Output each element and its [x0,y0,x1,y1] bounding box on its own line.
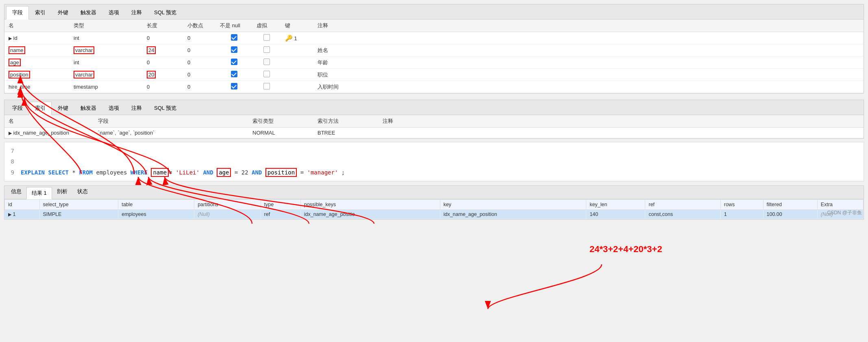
idx-col-fields: 字段 [94,115,248,128]
field-decimal: 0 [183,69,216,81]
table-row: ▶ id int 0 0 🔑 1 [4,32,864,44]
res-col-rows: rows [720,200,763,210]
kw-explain: EXPLAIN [21,169,45,176]
field-type: timestamp [70,81,143,93]
tab-index-chufaqi[interactable]: 触发器 [74,102,102,115]
kw-select: SELECT [48,169,69,176]
tab-fields-waijian[interactable]: 外键 [52,6,74,19]
res-table: employees [118,210,194,219]
res-col-possible-keys: possible_keys [300,200,440,210]
field-type: varchar [70,44,143,57]
result-tab-bar: 信息 结果 1 剖析 状态 [4,186,864,199]
tab-fields-zhushi[interactable]: 注释 [125,6,148,19]
field-decimal: 0 [183,32,216,44]
idx-col-type: 索引类型 [248,115,313,128]
res-col-ref: ref [645,200,720,210]
tab-index-ziduan[interactable]: 字段 [6,102,29,115]
idx-fields: `name`, `age`, `position` [94,128,248,138]
field-notnull [216,69,252,81]
type-redbox: varchar [74,46,94,54]
field-virtual [252,32,281,44]
field-notnull [216,57,252,69]
result-panel: 信息 结果 1 剖析 状态 id select_type table parti… [4,185,864,220]
line-number: 8 [4,157,21,166]
eq-age: = [235,169,241,176]
col-length: 长度 [143,20,183,32]
tab-fields-sql[interactable]: SQL 预览 [148,6,183,19]
code-line-9: 9 EXPLAIN SELECT * FROM employees WHERE … [4,167,864,178]
checkbox-unchecked-icon [263,59,270,65]
field-comment: 年龄 [313,57,864,69]
tab-index-suoyin[interactable]: 索引 [29,102,52,115]
field-virtual [252,44,281,57]
col-comment: 注释 [313,20,864,32]
field-comment: 姓名 [313,44,864,57]
checkbox-checked-icon [231,83,237,89]
res-col-table: table [118,200,194,210]
watermark-text: CSDN @子非鱼 [827,210,862,216]
col-virtual: 虚拟 [252,20,281,32]
tab-info[interactable]: 信息 [6,186,26,199]
index-panel: 字段 索引 外键 触发器 选项 注释 SQL 预览 名 字段 索引类型 索引方法… [4,100,864,139]
field-type: int [70,57,143,69]
tab-fields-suoyin[interactable]: 索引 [29,6,52,19]
tab-fields-xuanxiang[interactable]: 选项 [102,6,125,19]
fields-tab-bar: 字段 索引 外键 触发器 选项 注释 SQL 预览 [4,4,864,20]
field-key [281,57,313,69]
checkbox-checked-icon [231,71,237,77]
idx-comment [379,128,864,138]
res-key: idx_name_age_position [440,210,586,219]
name-redbox: name [9,46,25,54]
tab-fields-chufaqi[interactable]: 触发器 [74,6,102,19]
kw-star: * [72,169,79,176]
field-name: ▶ id [4,32,70,44]
field-key [281,81,313,93]
checkbox-unchecked-icon [263,46,270,53]
tab-index-sql[interactable]: SQL 预览 [148,102,183,115]
tab-profiling[interactable]: 剖析 [52,186,72,199]
tab-fields-ziduan[interactable]: 字段 [6,6,29,20]
tbl-employees: employees [96,169,130,176]
kw-where: WHERE [131,169,148,176]
code-position-redbox: position [265,168,297,177]
field-length: 24 [143,44,183,57]
res-possible-keys: idx_name_age_positio [300,210,440,219]
table-row: position varchar 20 0 职位 [4,69,864,81]
res-partitions: (Null) [194,210,261,219]
field-name: name [4,44,70,57]
annotation-formula: 24*3+2+4+20*3+2 [590,244,662,255]
page-wrapper: 字段 索引 外键 触发器 选项 注释 SQL 预览 名 类型 长度 小数点 不是… [0,4,868,220]
field-virtual [252,57,281,69]
field-name: position [4,69,70,81]
fields-panel: 字段 索引 外键 触发器 选项 注释 SQL 预览 名 类型 长度 小数点 不是… [4,4,864,94]
result-table-header: id select_type table partitions type pos… [5,200,864,210]
tab-status[interactable]: 状态 [72,186,93,199]
index-table-header: 名 字段 索引类型 索引方法 注释 [4,115,864,128]
res-filtered: 100.00 [763,210,817,219]
result-table: id select_type table partitions type pos… [4,199,864,219]
res-select-type: SIMPLE [39,210,118,219]
idx-type: NORMAL [248,128,313,138]
field-virtual [252,81,281,93]
idx-col-method: 索引方法 [313,115,379,128]
eq-pos: = [300,169,304,176]
table-row: hire_time timestamp 0 0 入职时间 [4,81,864,93]
res-col-id: id [5,200,40,210]
fields-table: 名 类型 长度 小数点 不是 null 虚拟 键 注释 ▶ id int [4,20,864,93]
field-decimal: 0 [183,44,216,57]
row-arrow-icon: ▶ [9,131,12,135]
kw-from: FROM [79,169,93,176]
res-col-partitions: partitions [194,200,261,210]
code-name-redbox: name [151,168,169,177]
tab-index-waijian[interactable]: 外键 [52,102,74,115]
field-type: varchar [70,69,143,81]
field-length: 0 [143,57,183,69]
length2-redbox: 20 [147,71,156,78]
idx-method: BTREE [313,128,379,138]
res-col-type: type [261,200,300,210]
tab-index-xuanxiang[interactable]: 选项 [102,102,125,115]
field-notnull [216,32,252,44]
field-comment: 职位 [313,69,864,81]
tab-result1[interactable]: 结果 1 [26,187,52,199]
tab-index-zhushi[interactable]: 注释 [125,102,148,115]
